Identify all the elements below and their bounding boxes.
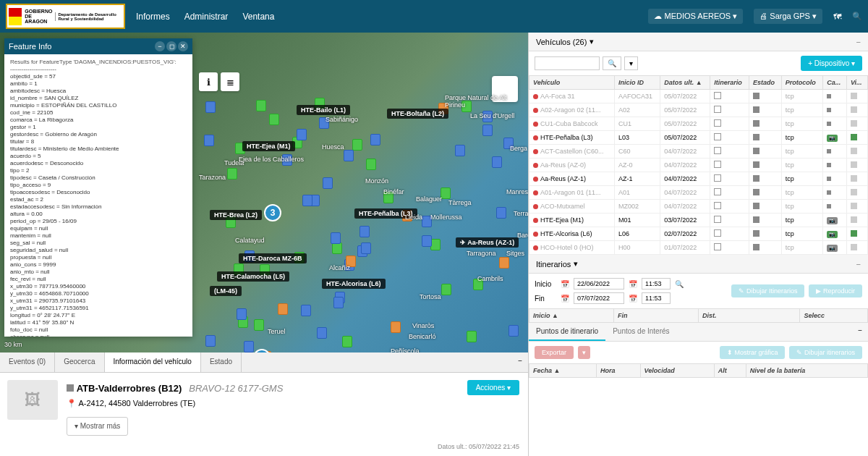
map-marker[interactable] — [317, 327, 327, 339]
minimize-icon[interactable]: − — [856, 38, 861, 46]
map-marker[interactable] — [297, 129, 307, 140]
vehicle-row[interactable]: Aa-Reus (AZ-0)AZ-004/07/2022tcp — [529, 159, 868, 172]
map-marker[interactable] — [333, 297, 344, 308]
vehicle-row[interactable]: CU1-Cuba BabcockCU105/07/2022tcp — [529, 117, 868, 131]
map-marker[interactable] — [205, 101, 216, 113]
vehicle-row[interactable]: HTE-Ejea (M1)M0103/07/2022tcp📷 — [529, 214, 868, 227]
tab-estado[interactable]: Estado — [201, 352, 242, 372]
vehicle-search-input[interactable] — [535, 56, 600, 70]
minimize-icon[interactable]: − — [852, 323, 868, 341]
tab-geocerca[interactable]: Geocerca — [55, 352, 104, 372]
menu-ventana[interactable]: Ventana — [242, 12, 274, 22]
medios-aereos-dropdown[interactable]: ☁ MEDIOS AEREOS ▾ — [648, 9, 743, 24]
vehicle-row[interactable]: HTE-Peñalba (L3)L0305/07/2022tcp📷 — [529, 131, 868, 145]
map-marker[interactable] — [509, 325, 519, 337]
menu-administrar[interactable]: Administrar — [184, 12, 229, 22]
map-marker[interactable] — [455, 145, 465, 156]
close-icon[interactable]: ✕ — [178, 41, 188, 51]
tab-eventos[interactable]: Eventos (0) — [0, 352, 55, 372]
search-button[interactable]: 🔍 — [603, 56, 621, 70]
map-cluster[interactable]: 3 — [264, 204, 281, 221]
map-label[interactable]: HTE-Bailo (L1) — [297, 105, 350, 115]
map-label[interactable]: HTE-Alcorisa (L6) — [322, 279, 386, 289]
inicio-time-input[interactable] — [642, 278, 671, 290]
map-label[interactable]: HTE-Calamocha (L5) — [217, 271, 289, 282]
map-label[interactable]: HTE-Brea (L2) — [210, 210, 262, 220]
layers-tool-icon[interactable]: ≣ — [221, 72, 239, 91]
map-marker[interactable] — [342, 336, 352, 347]
actions-button[interactable]: Acciones ▾ — [467, 380, 519, 395]
reproducir-button[interactable]: ▶ Reproducir — [809, 284, 862, 297]
dispositivo-button[interactable]: + Dispositivo ▾ — [801, 56, 862, 71]
tab-puntos-interes[interactable]: Puntos de Interés — [605, 323, 676, 341]
map-cluster[interactable]: 3 — [253, 349, 271, 352]
map-marker[interactable] — [482, 124, 493, 136]
map-label[interactable]: (LM-45) — [210, 286, 242, 296]
map-marker[interactable] — [332, 242, 342, 254]
map-marker[interactable] — [391, 321, 401, 333]
map-marker[interactable] — [237, 308, 247, 320]
map-marker[interactable] — [492, 156, 502, 168]
map-marker[interactable] — [204, 135, 214, 146]
vehicle-row[interactable]: Aa-Reus (AZ-1)AZ-104/07/2022tcp — [529, 172, 868, 186]
map-marker[interactable] — [441, 284, 451, 295]
vehicle-row[interactable]: A01-Aragon 01 (11...A0104/07/2022tcp — [529, 186, 868, 200]
map-marker[interactable] — [496, 207, 506, 219]
tab-info-vehiculo[interactable]: Información del vehículo — [105, 352, 201, 372]
show-more-button[interactable]: ▾ Mostrar más — [67, 417, 128, 436]
feature-row: fec_revi = null — [10, 276, 187, 283]
tab-puntos-itinerario[interactable]: Puntos de itinerario — [529, 323, 605, 341]
minimize-icon[interactable]: − — [856, 260, 861, 269]
export-dropdown[interactable]: ▾ — [578, 346, 590, 359]
mostrar-grafica-button[interactable]: ⬍ Mostrar gráfica — [720, 346, 786, 359]
vehicle-row[interactable]: HTE-Alcorisa (L6)L0602/07/2022tcp📷 — [529, 227, 868, 241]
map-marker[interactable] — [370, 134, 380, 145]
map-marker[interactable] — [244, 341, 254, 352]
map-label[interactable]: HTE-Boltaña (L2) — [387, 109, 448, 119]
map-marker[interactable] — [269, 114, 279, 125]
map-marker[interactable] — [227, 168, 237, 180]
restore-icon[interactable]: ◻ — [166, 41, 176, 51]
map-marker[interactable] — [254, 319, 264, 331]
vehicle-row[interactable]: ACO-MutxamelMZ00204/07/2022tcp — [529, 200, 868, 214]
map-marker[interactable] — [256, 100, 266, 111]
search-itin-button[interactable]: 🔍 — [675, 280, 684, 288]
vehicle-row[interactable]: A02-Aragon 02 (11...A0205/07/2022tcp — [529, 104, 868, 117]
vehicle-row[interactable]: HCO-Hotel 0 (HO)H0001/07/2022tcp📷 — [529, 241, 868, 255]
map[interactable]: Feature Info − ◻ ✕ Results for FeatureTy… — [0, 33, 528, 352]
map-marker[interactable] — [344, 150, 354, 161]
map-marker[interactable] — [467, 331, 477, 342]
map-marker[interactable] — [366, 159, 376, 170]
filter-dropdown[interactable]: ▾ — [624, 56, 638, 70]
inicio-date-input[interactable] — [574, 278, 624, 290]
search-icon[interactable]: 🔍 — [852, 12, 862, 21]
vehicle-row[interactable]: ACT-Castellon (C60...C6004/07/2022tcp — [529, 145, 868, 159]
map-marker[interactable] — [302, 195, 312, 206]
map-marker[interactable] — [441, 187, 451, 199]
map-marker[interactable] — [352, 139, 362, 151]
map-marker[interactable] — [301, 305, 311, 316]
map-marker[interactable] — [422, 235, 432, 247]
menu-informes[interactable]: Informes — [136, 12, 170, 22]
map-marker[interactable] — [499, 257, 509, 269]
fin-time-input[interactable] — [642, 292, 671, 304]
map-label[interactable]: HTE-Daroca MZ-6B — [239, 253, 307, 263]
dibujar-itinerarios-button-2[interactable]: ✎ Dibujar itinerarios — [789, 346, 862, 359]
vehicle-row[interactable]: AA-Foca 31AAFOCA3105/07/2022tcp — [529, 90, 868, 104]
minimize-icon[interactable]: − — [155, 41, 165, 51]
info-tool-icon[interactable]: ℹ — [199, 72, 218, 91]
map-marker[interactable] — [361, 242, 371, 254]
dibujar-itinerarios-button[interactable]: ✎ Dibujar Itinerarios — [731, 284, 804, 297]
sarga-gps-dropdown[interactable]: 🖨 Sarga GPS ▾ — [754, 9, 822, 24]
map-marker[interactable] — [359, 226, 370, 237]
fin-date-input[interactable] — [574, 292, 624, 304]
map-marker[interactable] — [323, 177, 333, 189]
map-marker[interactable] — [278, 303, 288, 315]
map-label[interactable]: ✈ Aa-Reus (AZ-1) — [456, 237, 519, 248]
map-marker[interactable] — [331, 232, 341, 244]
map-icon[interactable]: 🗺 — [833, 12, 841, 21]
map-label[interactable]: HTE-Ejea (M1) — [242, 141, 295, 151]
map-marker[interactable] — [205, 335, 216, 347]
exportar-button[interactable]: Exportar — [535, 346, 574, 359]
minimize-tabs-icon[interactable]: − — [512, 352, 528, 372]
